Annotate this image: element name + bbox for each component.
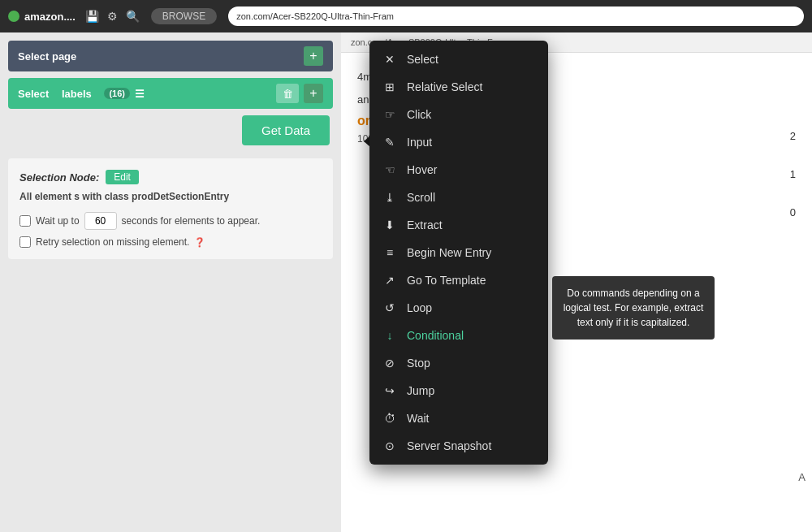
dropdown-menu: ✕Select⊞Relative Select☞Click✎Input☜Hove… [369, 41, 548, 465]
jump-icon: ↪ [382, 384, 397, 397]
dropdown-label-begin-new-entry: Begin New Entry [407, 246, 491, 259]
go-to-template-icon: ↗ [382, 274, 397, 287]
dropdown-item-relative-select[interactable]: ⊞Relative Select [369, 73, 548, 101]
begin-new-entry-icon: ≡ [382, 246, 397, 259]
dropdown-label-input: Input [407, 136, 432, 149]
dropdown-label-extract: Extract [407, 218, 443, 231]
dropdown-label-select: Select [407, 53, 438, 66]
left-panel: Select page + Select labels (16) ☰ 🗑 + G… [0, 32, 341, 532]
input-icon: ✎ [382, 136, 397, 149]
select-page-label: Select page [18, 50, 76, 63]
relative-select-icon: ⊞ [382, 80, 397, 93]
gear-icon[interactable]: ⚙ [107, 10, 118, 23]
click-icon: ☞ [382, 108, 397, 121]
number-1: 2 [790, 130, 796, 142]
dropdown-label-hover: Hover [407, 163, 437, 176]
number-2: 1 [790, 168, 796, 180]
dropdown-label-jump: Jump [407, 384, 434, 397]
dropdown-item-click[interactable]: ☞Click [369, 101, 548, 128]
save-icon[interactable]: 💾 [85, 10, 99, 23]
delete-button[interactable]: 🗑 [276, 84, 299, 103]
logo-dot [8, 11, 19, 22]
dropdown-item-hover[interactable]: ☜Hover [369, 156, 548, 184]
tooltip-box: Do commands depending on a logical test.… [552, 276, 715, 340]
hover-icon: ☜ [382, 163, 397, 176]
dropdown-item-loop[interactable]: ↺Loop [369, 294, 548, 322]
help-icon[interactable]: ❓ [194, 237, 205, 248]
retry-checkbox[interactable] [19, 236, 31, 248]
right-letters: A [798, 471, 806, 483]
search-icon[interactable]: 🔍 [126, 10, 140, 23]
sn-desc: All element s with class prodDetSectionE… [19, 191, 322, 202]
get-data-row: Get Data [8, 115, 333, 145]
extract-icon: ⬇ [382, 218, 397, 231]
dropdown-label-server-snapshot: Server Snapshot [407, 439, 491, 452]
add-select-page-button[interactable]: + [304, 46, 323, 66]
dropdown-item-wait[interactable]: ⏱Wait [369, 404, 548, 432]
dropdown-item-server-snapshot[interactable]: ⊙Server Snapshot [369, 432, 548, 460]
sn-header: Selection Node: Edit [19, 170, 322, 184]
dropdown-label-stop: Stop [407, 357, 430, 370]
scroll-icon: ⤓ [382, 191, 397, 204]
dropdown-label-relative-select: Relative Select [407, 80, 482, 93]
dropdown-label-go-to-template: Go To Template [407, 274, 486, 287]
number-3: 0 [790, 206, 796, 218]
conditional-icon: ↓ [382, 329, 397, 342]
top-bar-icons: 💾 ⚙ 🔍 [85, 10, 140, 23]
dropdown-item-extract[interactable]: ⬇Extract [369, 211, 548, 239]
wait-icon: ⏱ [382, 412, 397, 425]
select-labels-row: Select labels (16) ☰ 🗑 + [8, 78, 333, 109]
dropdown-label-scroll: Scroll [407, 191, 435, 204]
app-logo: amazon.... [8, 11, 76, 23]
dropdown-item-stop[interactable]: ⊘Stop [369, 349, 548, 377]
select-labels-left: Select labels (16) ☰ [18, 88, 145, 100]
loop-icon: ↺ [382, 301, 397, 314]
sn-wait-row: Wait up to seconds for elements to appea… [19, 212, 322, 230]
wait-seconds-input[interactable] [84, 212, 117, 230]
sn-edit-button[interactable]: Edit [106, 170, 139, 184]
dropdown-label-loop: Loop [407, 301, 432, 314]
tooltip-text: Do commands depending on a logical test.… [564, 288, 704, 328]
dropdown-item-input[interactable]: ✎Input [369, 128, 548, 156]
dropdown-label-wait: Wait [407, 412, 429, 425]
select-page-row: Select page + [8, 41, 333, 71]
wait-checkbox[interactable] [19, 215, 31, 227]
dropdown-item-conditional[interactable]: ↓Conditional [369, 322, 548, 349]
list-icon[interactable]: ☰ [135, 88, 145, 100]
stop-icon: ⊘ [382, 357, 397, 370]
dropdown-item-scroll[interactable]: ⤓Scroll [369, 184, 548, 211]
top-bar: amazon.... 💾 ⚙ 🔍 BROWSE zon.com/Acer-SB2… [0, 0, 812, 32]
add-labels-button[interactable]: + [304, 84, 323, 103]
server-snapshot-icon: ⊙ [382, 439, 397, 452]
dropdown-label-click: Click [407, 108, 431, 121]
url-text: zon.com/Acer-SB220Q-Ultra-Thin-Fram [236, 11, 394, 21]
dropdown-item-select[interactable]: ✕Select [369, 45, 548, 73]
sn-label: Selection Node: [19, 171, 99, 184]
browse-button[interactable]: BROWSE [151, 8, 217, 24]
dropdown-item-begin-new-entry[interactable]: ≡Begin New Entry [369, 239, 548, 266]
selection-node-section: Selection Node: Edit All element s with … [8, 158, 333, 259]
get-data-button[interactable]: Get Data [242, 115, 330, 145]
row-actions: 🗑 + [276, 84, 323, 103]
sn-retry-row: Retry selection on missing element. ❓ [19, 236, 322, 248]
dropdown-label-conditional: Conditional [407, 329, 464, 342]
select-icon: ✕ [382, 53, 397, 66]
labels-count-badge: (16) [104, 88, 130, 99]
dropdown-item-go-to-template[interactable]: ↗Go To Template [369, 266, 548, 294]
app-title: amazon.... [24, 11, 76, 23]
dropdown-item-jump[interactable]: ↪Jump [369, 377, 548, 404]
right-numbers: 2 1 0 [790, 130, 796, 218]
url-bar[interactable]: zon.com/Acer-SB220Q-Ultra-Thin-Fram [228, 6, 804, 26]
